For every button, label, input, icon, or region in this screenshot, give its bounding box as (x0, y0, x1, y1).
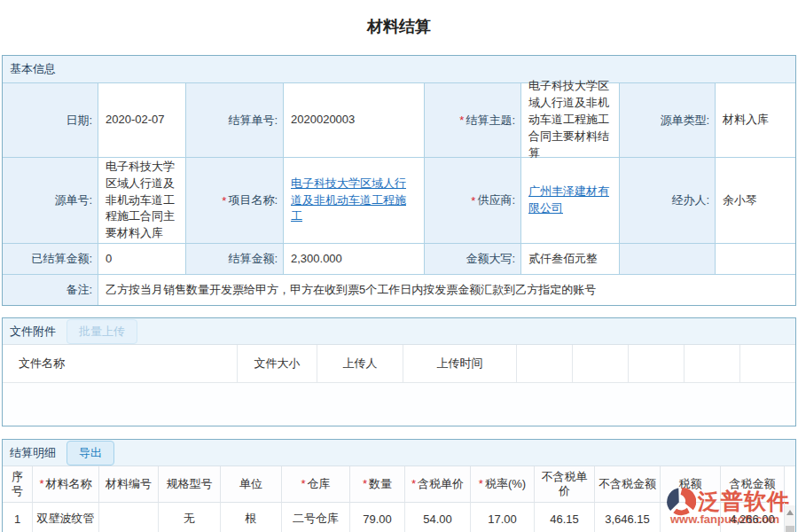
row1-tax-amount (661, 503, 721, 532)
basic-info-section: 基本信息 日期: 2020-02-07 结算单号: 2020020003 *结算… (2, 55, 796, 306)
required-icon: * (459, 113, 464, 127)
field-label-amount-in-words: 金额大写: (425, 244, 520, 274)
required-icon: * (39, 477, 43, 490)
row1-quantity: 79.00 (350, 503, 405, 532)
supplier-link[interactable]: 广州丰泽建材有限公司 (528, 184, 612, 217)
required-icon: * (411, 477, 416, 490)
col-quantity: *数量 (350, 466, 405, 503)
field-value-project-name: 电子科技大学区域人行道及非机动车道工程施工 (284, 158, 424, 243)
col-material-code: 材料编号 (99, 466, 159, 503)
project-name-link[interactable]: 电子科技大学区域人行道及非机动车道工程施工 (291, 176, 417, 226)
field-value-settlement-amount: 2,300.000 (284, 244, 424, 274)
required-icon: * (479, 477, 483, 490)
required-icon: * (222, 194, 226, 207)
field-value-supplier: 广州丰泽建材有限公司 (521, 158, 619, 243)
attachments-title: 文件附件 (10, 324, 56, 340)
col-upload-time: 上传时间 (403, 345, 517, 382)
row1-price-without-tax: 46.15 (535, 503, 595, 532)
attachments-header: 文件附件 批量上传 (3, 318, 795, 345)
detail-table-scrollbar[interactable] (785, 505, 795, 532)
field-value-remark: 乙方按当月销售数量开发票给甲方，甲方在收到票5个工作日内按发票金额汇款到乙方指定… (98, 275, 795, 305)
export-button[interactable]: 导出 (66, 441, 114, 466)
field-label-remark: 备注: (3, 275, 98, 305)
col-material-name: *材料名称 (33, 466, 99, 503)
col-amount-with-tax: 含税金额 (721, 466, 785, 503)
col-amount-without-tax: 不含税金额 (595, 466, 661, 503)
attachments-empty-body (3, 383, 795, 426)
col-empty (517, 345, 573, 382)
col-price-with-tax: *含税单价 (405, 466, 471, 503)
field-value-settled-amount: 0 (98, 244, 185, 274)
field-label-project-name: *项目名称: (186, 158, 283, 243)
field-label-source-no: 源单号: (3, 158, 98, 243)
row1-price-with-tax: 54.00 (405, 503, 471, 532)
scroll-up-icon[interactable] (785, 510, 795, 524)
row1-amount-without-tax: 3,646.15 (595, 503, 661, 532)
col-unit: 单位 (221, 466, 282, 503)
empty-value-cell (716, 244, 795, 274)
row1-unit: 根 (221, 503, 282, 532)
settlement-detail-section: 结算明细 导出 序号 *材料名称 材料编号 规格型号 单位 *仓库 *数量 *含… (2, 439, 796, 532)
col-warehouse: *仓库 (282, 466, 350, 503)
row1-material-name: 双壁波纹管 (33, 503, 99, 532)
required-icon: * (363, 477, 367, 490)
col-tax-amount: 税额 (661, 466, 721, 503)
field-value-settlement-subject: 电子科技大学区域人行道及非机动车道工程施工合同主要材料结算 (521, 83, 619, 157)
row1-tax-rate: 17.00 (471, 503, 535, 532)
field-label-date: 日期: (3, 83, 98, 157)
col-tax-rate: *税率(%) (471, 466, 535, 503)
field-value-handler: 余小琴 (716, 158, 795, 243)
field-label-settled-amount: 已结算金额: (3, 244, 98, 274)
col-empty (740, 345, 795, 382)
basic-info-header: 基本信息 (3, 56, 795, 82)
row1-amount-with-tax: 4,266.00 (721, 503, 785, 532)
attachments-table-header: 文件名称 文件大小 上传人 上传时间 (3, 345, 795, 383)
settlement-detail-table: 序号 *材料名称 材料编号 规格型号 单位 *仓库 *数量 *含税单价 *税率(… (3, 466, 785, 532)
scrollbar-thumb[interactable] (786, 526, 794, 532)
row1-seq: 1 (3, 503, 33, 532)
required-icon: * (301, 477, 305, 490)
col-price-without-tax: 不含税单价 (535, 466, 595, 503)
col-uploader: 上传人 (317, 345, 403, 382)
col-empty (573, 345, 629, 382)
field-label-settlement-amount: 结算金额: (186, 244, 283, 274)
field-label-source-type: 源单类型: (620, 83, 715, 157)
field-value-date: 2020-02-07 (98, 83, 185, 157)
col-seq: 序号 (3, 466, 33, 503)
settlement-detail-header: 结算明细 导出 (3, 440, 795, 466)
field-label-settlement-no: 结算单号: (186, 83, 283, 157)
col-file-name: 文件名称 (3, 345, 238, 382)
empty-label-cell (620, 244, 715, 274)
batch-upload-button[interactable]: 批量上传 (66, 319, 137, 344)
field-label-handler: 经办人: (620, 158, 715, 243)
attachments-section: 文件附件 批量上传 文件名称 文件大小 上传人 上传时间 (2, 317, 796, 426)
row1-warehouse: 二号仓库 (282, 503, 350, 532)
field-value-source-no: 电子科技大学区域人行道及非机动车道工程施工合同主要材料入库 (98, 158, 185, 243)
col-file-size: 文件大小 (238, 345, 317, 382)
basic-info-table: 日期: 2020-02-07 结算单号: 2020020003 *结算主题: 电… (3, 82, 795, 305)
field-value-source-type: 材料入库 (716, 83, 795, 157)
row1-spec-model: 无 (159, 503, 221, 532)
settlement-detail-title: 结算明细 (10, 445, 56, 461)
required-icon: * (471, 194, 475, 207)
col-empty (685, 345, 740, 382)
field-value-amount-in-words: 贰仟叁佰元整 (521, 244, 619, 274)
field-label-settlement-subject: *结算主题: (425, 83, 520, 157)
col-spec-model: 规格型号 (159, 466, 221, 503)
basic-info-title: 基本信息 (10, 61, 56, 77)
col-empty (629, 345, 685, 382)
page-title: 材料结算 (0, 0, 798, 41)
field-label-supplier: *供应商: (425, 158, 520, 243)
field-value-settlement-no: 2020020003 (284, 83, 424, 157)
row1-material-code (99, 503, 159, 532)
